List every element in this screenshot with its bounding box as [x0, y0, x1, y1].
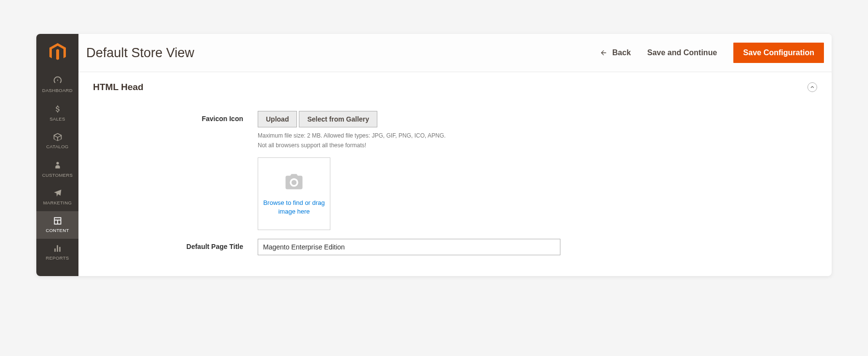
back-button[interactable]: Back: [600, 48, 631, 57]
camera-icon: [282, 171, 306, 192]
marketing-icon: [53, 188, 62, 198]
catalog-icon: [53, 132, 62, 142]
topbar: Default Store View Back Save and Continu…: [78, 34, 832, 72]
favicon-hint-size: Maximum file size: 2 MB. Allowed file ty…: [258, 132, 560, 139]
magento-logo[interactable]: [36, 34, 78, 70]
sidebar-item-reports[interactable]: REPORTS: [36, 239, 78, 266]
chevron-up-icon: [810, 85, 815, 90]
content-icon: [53, 216, 62, 226]
section-title: HTML Head: [93, 82, 143, 93]
page-title-row: Default Page Title: [93, 239, 817, 255]
select-gallery-button[interactable]: Select from Gallery: [299, 111, 377, 127]
magento-logo-icon: [49, 43, 66, 62]
sidebar-item-label: MARKETING: [43, 200, 72, 205]
favicon-label: Favicon Icon: [93, 111, 258, 230]
dollar-icon: [53, 104, 62, 114]
page-title: Default Store View: [86, 46, 194, 61]
dashboard-icon: [52, 75, 63, 86]
topbar-actions: Back Save and Continue Save Configuratio…: [600, 43, 824, 63]
sidebar-item-label: CONTENT: [46, 228, 69, 233]
sidebar-item-label: CATALOG: [46, 144, 68, 149]
sidebar-item-customers[interactable]: CUSTOMERS: [36, 155, 78, 184]
page-title-control: [258, 239, 560, 255]
sidebar-item-catalog[interactable]: CATALOG: [36, 127, 78, 155]
sidebar-item-sales[interactable]: SALES: [36, 99, 78, 127]
reports-icon: [53, 244, 62, 253]
sidebar-item-label: CUSTOMERS: [42, 172, 73, 178]
sidebar-item-label: DASHBOARD: [42, 88, 73, 93]
image-dropzone[interactable]: Browse to find or drag image here: [258, 157, 330, 230]
favicon-row: Favicon Icon Upload Select from Gallery …: [93, 111, 817, 230]
admin-sidebar: DASHBOARD SALES CATALOG CUSTOMERS MARKET…: [36, 34, 78, 276]
upload-button[interactable]: Upload: [258, 111, 297, 127]
save-continue-button[interactable]: Save and Continue: [647, 48, 717, 57]
sidebar-item-dashboard[interactable]: DASHBOARD: [36, 70, 78, 99]
form-area: Favicon Icon Upload Select from Gallery …: [78, 101, 832, 264]
collapse-toggle[interactable]: [807, 82, 817, 92]
customers-icon: [54, 160, 62, 170]
save-configuration-button[interactable]: Save Configuration: [733, 43, 824, 63]
section-header: HTML Head: [78, 72, 832, 101]
default-page-title-input[interactable]: [258, 239, 560, 255]
sidebar-item-label: REPORTS: [46, 255, 69, 261]
favicon-hint-browsers: Not all browsers support all these forma…: [258, 142, 560, 149]
sidebar-item-marketing[interactable]: MARKETING: [36, 184, 78, 211]
favicon-buttons: Upload Select from Gallery: [258, 111, 560, 127]
page-title-label: Default Page Title: [93, 239, 258, 255]
back-label: Back: [612, 48, 631, 57]
arrow-left-icon: [600, 49, 607, 57]
favicon-control: Upload Select from Gallery Maximum file …: [258, 111, 560, 230]
app-frame: DASHBOARD SALES CATALOG CUSTOMERS MARKET…: [36, 34, 832, 276]
dropzone-text: Browse to find or drag image here: [258, 199, 330, 216]
sidebar-item-content[interactable]: CONTENT: [36, 211, 78, 239]
sidebar-item-label: SALES: [49, 116, 65, 122]
main-panel: Default Store View Back Save and Continu…: [78, 34, 832, 276]
